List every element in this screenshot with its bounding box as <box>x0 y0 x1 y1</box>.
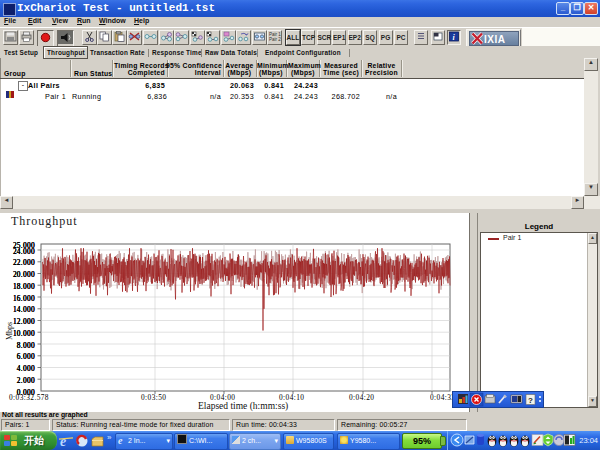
svg-text:»: » <box>107 433 112 442</box>
svg-text:Pair 2: Pair 2 <box>269 37 281 42</box>
svg-text:e: e <box>60 434 66 449</box>
svg-text:?: ? <box>528 396 533 405</box>
svg-text:IXIA: IXIA <box>484 34 505 45</box>
